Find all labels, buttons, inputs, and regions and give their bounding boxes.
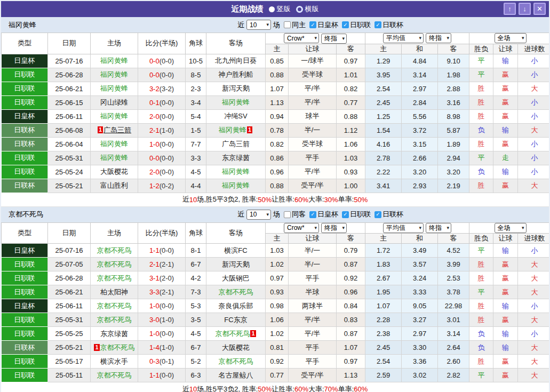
halftime-score: (0-1) <box>160 357 174 365</box>
away-team-link[interactable]: 北九州向日葵 <box>215 57 257 65</box>
home-team-link[interactable]: 福冈黄蜂 <box>100 140 128 148</box>
scroll-down-button[interactable]: ↓ <box>519 3 531 15</box>
league-type-cell: 日职联 <box>2 327 48 341</box>
away-team-link[interactable]: 东京绿茵 <box>222 154 250 162</box>
away-team-link[interactable]: 神户胜利船 <box>219 70 253 78</box>
radio-vertical-layout[interactable]: 竖版 <box>269 4 291 14</box>
full-match-select[interactable]: 全场▾ <box>495 33 527 43</box>
recent-results-window: 近期战绩 竖版 横版 ↑ ↓ ✕ 福冈黄蜂近10▾场同主✓日皇杯✓日职联✓日联杯… <box>0 0 550 392</box>
home-team-link[interactable]: 京都不死鸟 <box>97 316 132 324</box>
average-select[interactable]: 平均值▾ <box>383 33 424 43</box>
fulltime-score: 1-0 <box>149 330 160 338</box>
summary-label: 大率: <box>308 195 324 204</box>
league-checkbox-0[interactable]: ✓ <box>309 21 316 28</box>
avg-draw-odds: 5.56 <box>402 109 438 123</box>
away-team-link[interactable]: 福冈黄蜂 <box>219 126 246 134</box>
final-odds-select[interactable]: 终指▾ <box>321 34 347 44</box>
home-team-link[interactable]: 福冈黄蜂 <box>100 84 128 92</box>
home-team-link[interactable]: 横滨水手 <box>100 357 128 365</box>
result-wdl: 胜 <box>469 355 493 369</box>
home-team-link[interactable]: 福冈黄蜂 <box>100 70 128 78</box>
full-match-select[interactable]: 全场▾ <box>495 223 527 233</box>
league-checkbox-1[interactable]: ✓ <box>342 211 349 218</box>
home-team-link[interactable]: 东京绿茵 <box>100 330 128 338</box>
home-team-link[interactable]: 大阪樱花 <box>100 167 128 175</box>
recent-count-select[interactable]: 10▾ <box>246 20 271 30</box>
fulltime-score: 0-1 <box>149 99 160 107</box>
subheader-result-goals: 进球数 <box>518 44 550 54</box>
result-goals: 大 <box>518 285 550 299</box>
away-team-link[interactable]: FC东京 <box>224 316 247 324</box>
away-team-link[interactable]: 福冈黄蜂 <box>222 98 250 106</box>
home-team-link[interactable]: 柏太阳神 <box>100 288 128 296</box>
fulltime-score: 3-3 <box>149 288 160 296</box>
away-team-link[interactable]: 京都不死鸟 <box>215 330 250 338</box>
away-team-cell: 京都不死鸟 <box>206 355 266 369</box>
chevron-down-icon: ▾ <box>342 226 345 230</box>
scroll-up-button[interactable]: ↑ <box>504 3 516 15</box>
away-team-link[interactable]: 京都不死鸟 <box>219 288 253 296</box>
same-venue-checkbox[interactable] <box>284 211 291 218</box>
away-team-link[interactable]: 新泻天鹅 <box>222 260 250 268</box>
summary-label: 单率: <box>338 385 354 392</box>
away-team-link[interactable]: 新泻天鹅 <box>222 84 250 92</box>
summary-label: 近 <box>182 195 189 204</box>
handicap-cell: 受平/半 <box>289 369 337 382</box>
crow-select-group: Crow*▾终指▾ <box>266 33 365 44</box>
home-team-link[interactable]: 福冈黄蜂 <box>100 154 128 162</box>
away-team-link[interactable]: 奈良俱乐部 <box>219 302 253 310</box>
home-team-link[interactable]: 冈山绿雉 <box>100 98 128 106</box>
score-cell: 3-1(2-0) <box>138 271 186 285</box>
home-team-link[interactable]: 京都不死鸟 <box>97 302 132 310</box>
away-team-link[interactable]: 福冈黄蜂 <box>222 181 250 189</box>
home-team-link[interactable]: 福冈黄蜂 <box>100 112 128 120</box>
chevron-down-icon: ▾ <box>314 36 317 41</box>
home-team-link[interactable]: 京都不死鸟 <box>100 343 135 351</box>
away-team-link[interactable]: 京都不死鸟 <box>219 357 253 365</box>
league-checkbox-0[interactable]: ✓ <box>309 211 316 218</box>
home-team-link[interactable]: 京都不死鸟 <box>97 274 132 282</box>
result-handicap: 赢 <box>493 95 518 109</box>
recent-count-select[interactable]: 10▾ <box>246 210 271 220</box>
league-checkbox-1[interactable]: ✓ <box>342 21 349 28</box>
close-button[interactable]: ✕ <box>533 3 546 15</box>
home-team-cell: 横滨水手 <box>91 355 138 369</box>
page-title: 近期战绩 <box>232 4 264 14</box>
match-date: 25-07-16 <box>48 244 91 258</box>
avg-away-odds: 1.89 <box>438 137 469 151</box>
subheader-avg-home: 主 <box>365 234 402 244</box>
home-team-link[interactable]: 京都不死鸟 <box>97 260 132 268</box>
crow-company-select[interactable]: Crow*▾ <box>284 33 319 43</box>
table-row: 日职联25-05-17横滨水手0-3(0-1)5-2京都不死鸟0.92平手0.9… <box>2 355 550 369</box>
result-handicap: 赢 <box>493 109 518 123</box>
away-team-link[interactable]: 大阪樱花 <box>222 343 250 351</box>
same-venue-checkbox[interactable] <box>284 21 291 28</box>
avg-home-odds: 3.41 <box>365 179 402 193</box>
final-odds-select-2[interactable]: 终指▾ <box>426 33 451 43</box>
crow-company-select[interactable]: Crow*▾ <box>284 223 319 233</box>
score-cell: 0-3(0-1) <box>138 355 186 369</box>
red-card-badge: 1 <box>250 330 256 337</box>
home-team-link[interactable]: 富山胜利 <box>100 181 128 189</box>
crow-away-odds: 1.03 <box>337 151 365 165</box>
league-checkbox-2[interactable]: ✓ <box>374 211 381 218</box>
final-odds-select-2[interactable]: 终指▾ <box>426 223 451 233</box>
away-team-link[interactable]: 广岛三箭 <box>222 140 250 148</box>
handicap-cell: 平手 <box>289 271 337 285</box>
halftime-score: (0-0) <box>160 71 174 79</box>
fulltime-score: 1-0 <box>149 140 160 148</box>
home-team-link[interactable]: 京都不死鸟 <box>97 246 132 254</box>
average-select[interactable]: 平均值▾ <box>383 223 424 233</box>
away-team-link[interactable]: 名古屋鲸八 <box>219 371 253 379</box>
home-team-link[interactable]: 京都不死鸟 <box>97 371 132 379</box>
away-team-link[interactable]: 福冈黄蜂 <box>222 167 250 175</box>
away-team-link[interactable]: 冲绳SV <box>224 112 247 120</box>
away-team-link[interactable]: 大阪钢巴 <box>222 274 250 282</box>
away-team-link[interactable]: 横滨FC <box>224 246 247 254</box>
home-team-link[interactable]: 广岛三箭 <box>103 126 131 134</box>
radio-horizontal-layout[interactable]: 横版 <box>296 4 319 14</box>
home-team-link[interactable]: 福冈黄蜂 <box>100 57 128 65</box>
final-odds-select-value: 终指 <box>324 34 337 43</box>
league-checkbox-2[interactable]: ✓ <box>374 21 381 28</box>
final-odds-select[interactable]: 终指▾ <box>321 223 347 233</box>
